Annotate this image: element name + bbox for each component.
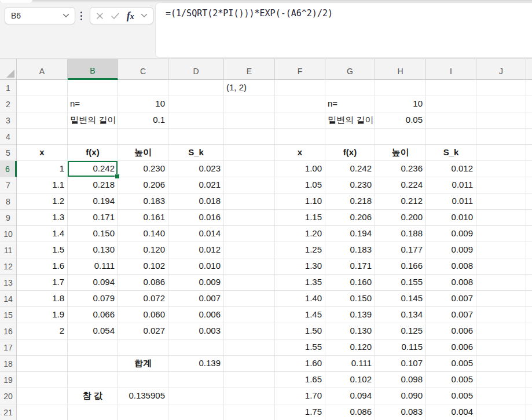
cell-E20[interactable] bbox=[224, 388, 275, 404]
column-header-A[interactable]: A bbox=[17, 59, 68, 80]
cell-A14[interactable]: 1.8 bbox=[17, 291, 68, 307]
cell-J18[interactable] bbox=[476, 356, 526, 372]
cell-H11[interactable]: 0.177 bbox=[375, 242, 426, 258]
cell-C13[interactable]: 0.086 bbox=[118, 275, 168, 291]
cell-I12[interactable]: 0.008 bbox=[426, 258, 476, 275]
cell-C15[interactable]: 0.060 bbox=[118, 307, 168, 323]
column-header-D[interactable]: D bbox=[168, 59, 224, 80]
cell-H13[interactable]: 0.155 bbox=[375, 275, 426, 291]
cell-J20[interactable] bbox=[476, 388, 526, 404]
cell-G14[interactable]: 0.150 bbox=[325, 291, 375, 307]
cell-G11[interactable]: 0.183 bbox=[325, 242, 375, 258]
cell-F10[interactable]: 1.20 bbox=[275, 226, 325, 242]
row-header-8[interactable]: 8 bbox=[0, 193, 17, 210]
row-header-20[interactable]: 20 bbox=[0, 388, 17, 404]
row-header-17[interactable]: 17 bbox=[0, 339, 17, 356]
row-header-13[interactable]: 13 bbox=[0, 275, 17, 291]
cell-H21[interactable]: 0.083 bbox=[375, 404, 426, 420]
cell-E18[interactable] bbox=[224, 356, 275, 372]
cell-H9[interactable]: 0.200 bbox=[375, 210, 426, 226]
cell-E21[interactable] bbox=[224, 404, 275, 420]
cell-C14[interactable]: 0.072 bbox=[118, 291, 168, 307]
cell-G20[interactable]: 0.094 bbox=[325, 388, 375, 404]
fill-handle[interactable] bbox=[115, 174, 120, 179]
cell-F16[interactable]: 1.50 bbox=[275, 323, 325, 339]
cell-I4[interactable] bbox=[426, 129, 476, 145]
cell-I19[interactable]: 0.005 bbox=[426, 372, 476, 388]
row-header-15[interactable]: 15 bbox=[0, 307, 17, 323]
cell-G6[interactable]: 0.242 bbox=[325, 161, 375, 177]
cell-H1[interactable] bbox=[375, 80, 426, 96]
row-header-6[interactable]: 6 bbox=[0, 161, 17, 177]
row-header-4[interactable]: 4 bbox=[0, 129, 17, 145]
row-header-16[interactable]: 16 bbox=[0, 323, 17, 339]
cell-H10[interactable]: 0.188 bbox=[375, 226, 426, 242]
cell-I8[interactable]: 0.011 bbox=[426, 193, 476, 210]
cell-F6[interactable]: 1.00 bbox=[275, 161, 325, 177]
cell-J13[interactable] bbox=[476, 275, 526, 291]
cell-B17[interactable] bbox=[68, 339, 118, 356]
row-header-9[interactable]: 9 bbox=[0, 210, 17, 226]
cell-D5[interactable]: S_k bbox=[168, 145, 224, 161]
column-header-I[interactable]: I bbox=[426, 59, 476, 80]
cancel-button[interactable] bbox=[96, 12, 104, 20]
cell-J2[interactable] bbox=[476, 96, 526, 112]
cell-D19[interactable] bbox=[168, 372, 224, 388]
cell-H3[interactable]: 0.05 bbox=[375, 112, 426, 129]
cell-E14[interactable] bbox=[224, 291, 275, 307]
cell-G2[interactable]: n= bbox=[325, 96, 375, 112]
cell-F19[interactable]: 1.65 bbox=[275, 372, 325, 388]
cell-A13[interactable]: 1.7 bbox=[17, 275, 68, 291]
cell-H20[interactable]: 0.090 bbox=[375, 388, 426, 404]
cell-E17[interactable] bbox=[224, 339, 275, 356]
cell-H17[interactable]: 0.115 bbox=[375, 339, 426, 356]
row-header-21[interactable]: 21 bbox=[0, 404, 17, 420]
cell-F21[interactable]: 1.75 bbox=[275, 404, 325, 420]
cell-F8[interactable]: 1.10 bbox=[275, 193, 325, 210]
cell-J5[interactable] bbox=[476, 145, 526, 161]
cell-I6[interactable]: 0.012 bbox=[426, 161, 476, 177]
cell-F7[interactable]: 1.05 bbox=[275, 177, 325, 193]
cell-I3[interactable] bbox=[426, 112, 476, 129]
cell-C20[interactable]: 0.135905 bbox=[118, 388, 168, 404]
cell-E19[interactable] bbox=[224, 372, 275, 388]
row-header-14[interactable]: 14 bbox=[0, 291, 17, 307]
cell-G17[interactable]: 0.120 bbox=[325, 339, 375, 356]
cell-G5[interactable]: f(x) bbox=[325, 145, 375, 161]
row-header-12[interactable]: 12 bbox=[0, 258, 17, 275]
cell-I21[interactable]: 0.004 bbox=[426, 404, 476, 420]
cell-I15[interactable]: 0.007 bbox=[426, 307, 476, 323]
cell-A5[interactable]: x bbox=[17, 145, 68, 161]
cell-E8[interactable] bbox=[224, 193, 275, 210]
cell-J12[interactable] bbox=[476, 258, 526, 275]
cell-B4[interactable] bbox=[68, 129, 118, 145]
cell-C4[interactable] bbox=[118, 129, 168, 145]
cell-J17[interactable] bbox=[476, 339, 526, 356]
cell-A10[interactable]: 1.4 bbox=[17, 226, 68, 242]
cell-B13[interactable]: 0.094 bbox=[68, 275, 118, 291]
cell-D12[interactable]: 0.010 bbox=[168, 258, 224, 275]
cell-A1[interactable] bbox=[17, 80, 68, 96]
cell-G4[interactable] bbox=[325, 129, 375, 145]
cell-B7[interactable]: 0.218 bbox=[68, 177, 118, 193]
select-all-corner[interactable] bbox=[0, 59, 17, 80]
cell-I2[interactable] bbox=[426, 96, 476, 112]
function-dropdown-chevron-icon[interactable] bbox=[141, 13, 148, 18]
cell-I5[interactable]: S_k bbox=[426, 145, 476, 161]
cell-F13[interactable]: 1.35 bbox=[275, 275, 325, 291]
cell-J9[interactable] bbox=[476, 210, 526, 226]
cell-F3[interactable] bbox=[275, 112, 325, 129]
formula-bar[interactable]: =(1/SQRT(2*PI()))*EXP(-(A6^2)/2) bbox=[155, 2, 532, 58]
cell-E2[interactable] bbox=[224, 96, 275, 112]
cell-G18[interactable]: 0.111 bbox=[325, 356, 375, 372]
cell-J14[interactable] bbox=[476, 291, 526, 307]
cell-I1[interactable] bbox=[426, 80, 476, 96]
cell-H5[interactable]: 높이 bbox=[375, 145, 426, 161]
cell-A18[interactable] bbox=[17, 356, 68, 372]
row-header-10[interactable]: 10 bbox=[0, 226, 17, 242]
cell-I17[interactable]: 0.006 bbox=[426, 339, 476, 356]
cell-E7[interactable] bbox=[224, 177, 275, 193]
cell-B21[interactable] bbox=[68, 404, 118, 420]
cell-C21[interactable] bbox=[118, 404, 168, 420]
row-header-18[interactable]: 18 bbox=[0, 356, 17, 372]
